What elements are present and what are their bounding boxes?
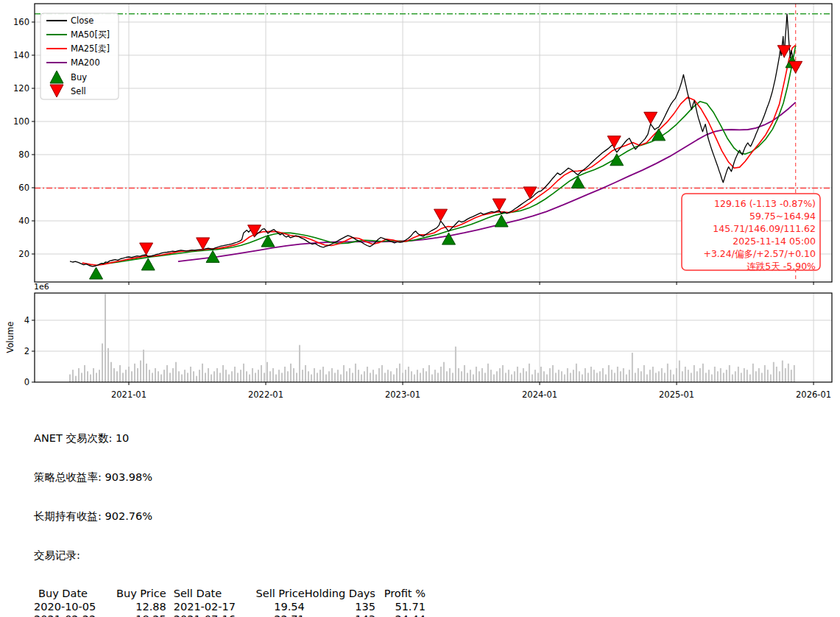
volume-bar — [240, 370, 241, 382]
volume-bar — [599, 371, 601, 382]
volume-bar — [691, 373, 692, 382]
volume-bar — [534, 370, 536, 382]
volume-bar — [452, 373, 453, 382]
sell-marker — [523, 187, 537, 199]
volume-bar — [579, 371, 580, 382]
x-tick-label: 2025-01 — [659, 389, 694, 400]
volume-tick-label: 2 — [24, 346, 29, 356]
volume-axis-label: Volume — [5, 322, 15, 353]
legend-label-ma200: MA200 — [71, 57, 100, 68]
legend-label-sell: Sell — [71, 86, 86, 96]
buy-marker — [141, 258, 155, 270]
volume-bar — [417, 370, 418, 382]
volume-bar — [423, 368, 424, 382]
volume-bar — [755, 371, 757, 382]
volume-bar — [361, 374, 362, 382]
trade-cell: 2021-02-22 — [34, 613, 116, 617]
volume-bar — [617, 367, 618, 382]
volume-bar — [364, 371, 365, 382]
volume-bar — [791, 370, 792, 382]
volume-bar — [208, 368, 209, 382]
volume-bar — [143, 350, 144, 382]
volume-bar — [685, 367, 686, 382]
volume-bar — [511, 374, 512, 382]
volume-bar — [219, 373, 221, 382]
volume-bar — [340, 374, 342, 382]
volume-bar — [708, 370, 710, 382]
volume-bar — [246, 371, 247, 382]
volume-bar — [305, 365, 306, 382]
volume-bar — [178, 371, 180, 382]
volume-bar — [723, 373, 724, 382]
volume-bar — [608, 365, 610, 382]
col-header-holding-days: Holding Days — [305, 588, 375, 600]
volume-bar — [788, 364, 789, 382]
volume-bar — [540, 367, 542, 382]
volume-bar — [611, 370, 613, 382]
volume-bar — [163, 370, 165, 382]
volume-bar — [343, 365, 345, 382]
volume-bar — [729, 365, 730, 382]
volume-bar — [473, 374, 474, 382]
volume-bar — [199, 370, 200, 382]
volume-bar — [269, 371, 271, 382]
volume-bar — [264, 373, 265, 382]
volume-bar — [446, 371, 448, 382]
volume-bar — [640, 371, 642, 382]
volume-bar — [481, 368, 483, 382]
trade-row: 2020-10-0512.882021-02-1719.5413551.71 — [34, 601, 426, 613]
volume-bar — [116, 371, 118, 382]
volume-bar — [184, 370, 186, 382]
volume-bar — [467, 373, 468, 382]
volume-bar — [308, 371, 309, 382]
volume-bar — [537, 373, 539, 382]
buy-marker — [90, 267, 103, 279]
annotation-line-range: 59.75~164.94 — [749, 211, 816, 222]
volume-bar — [508, 370, 509, 382]
volume-bar — [402, 373, 403, 382]
volume-bar — [693, 365, 695, 382]
volume-bar — [428, 365, 430, 382]
volume-bar — [411, 371, 412, 382]
volume-bar — [355, 364, 356, 382]
volume-bar — [552, 365, 554, 382]
volume-bar — [747, 370, 748, 382]
volume-bar — [717, 371, 719, 382]
y-tick-label: 60 — [18, 183, 29, 193]
volume-tick-label: 0 — [24, 377, 29, 387]
trade-cell: 51.71 — [375, 601, 426, 613]
volume-bar — [735, 371, 736, 382]
stat-hold-return: 长期持有收益: 902.76% — [34, 510, 426, 523]
volume-bar — [119, 365, 121, 382]
y-tick-label: 120 — [13, 83, 29, 94]
volume-bar — [767, 370, 769, 382]
volume-bar — [758, 368, 760, 382]
trades-table: Buy Date Buy Price Sell Date Sell Price … — [34, 588, 426, 617]
volume-bar — [107, 348, 109, 382]
x-tick-label: 2022-01 — [248, 389, 283, 400]
volume-bar — [582, 374, 583, 382]
volume-bar — [225, 370, 227, 382]
volume-bar — [705, 373, 707, 382]
volume-bar — [325, 374, 327, 382]
y-tick-label: 20 — [18, 249, 29, 259]
volume-bar — [437, 373, 439, 382]
volume-bar — [711, 374, 713, 382]
volume-plot: 2021-012022-012023-012024-012025-012026-… — [24, 293, 832, 400]
volume-bar — [532, 374, 533, 382]
volume-bar — [331, 368, 333, 382]
volume-bar — [381, 365, 383, 382]
volume-bar — [785, 368, 786, 382]
volume-bar — [328, 371, 330, 382]
y-tick-label: 160 — [13, 17, 29, 27]
volume-bar — [632, 353, 633, 382]
stock-strategy-figure: 20406080100120140160 2021-012022-012023-… — [0, 0, 840, 409]
volume-bar — [635, 373, 636, 382]
volume-bar — [149, 370, 150, 382]
sell-marker — [493, 199, 506, 211]
volume-bar — [593, 370, 595, 382]
trade-record-title: 交易记录: — [34, 549, 426, 563]
volume-bar — [564, 374, 565, 382]
sell-marker — [644, 112, 657, 124]
volume-bar — [605, 374, 607, 382]
